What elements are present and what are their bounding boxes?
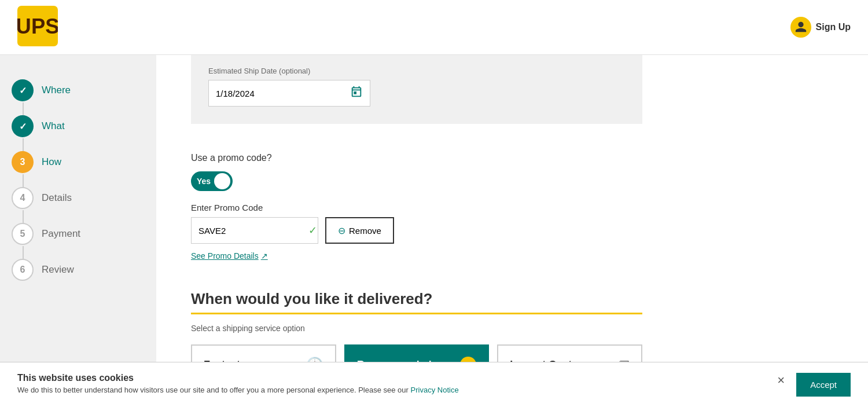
cookie-text: We do this to better understand how visi… [17,386,766,394]
toggle-yes-label: Yes [197,177,211,186]
step-circle-where: ✓ [12,79,34,101]
ship-date-section: Estimated Ship Date (optional) [191,55,642,124]
main-layout: ✓ Where ✓ What 3 How 4 Details 5 Payment… [0,55,868,407]
remove-promo-button[interactable]: ⊖ Remove [325,217,394,244]
sidebar-label-review: Review [42,264,74,276]
step-circle-details: 4 [12,187,34,209]
sign-up-label: Sign Up [816,22,851,32]
promo-section: Use a promo code? Yes Enter Promo Code ✓… [191,141,642,273]
promo-input-wrapper: ✓ [191,217,318,244]
sidebar-label-how: How [42,156,61,168]
cookie-text-content: We do this to better understand how visi… [17,386,411,394]
sidebar-label-details: Details [42,192,72,204]
header: UPS Sign Up [0,0,868,55]
delivery-divider [191,313,642,314]
external-link-icon: ↗ [261,251,268,261]
ups-logo: UPS [17,6,58,49]
privacy-notice-link[interactable]: Privacy Notice [411,386,459,394]
sidebar: ✓ Where ✓ What 3 How 4 Details 5 Payment… [0,55,156,407]
date-input-wrapper [208,80,370,107]
sidebar-item-what[interactable]: ✓ What [12,108,145,144]
sidebar-item-review[interactable]: 6 Review [12,252,145,288]
sidebar-item-where[interactable]: ✓ Where [12,72,145,108]
promo-check-icon: ✓ [308,224,317,237]
step-circle-what: ✓ [12,115,34,137]
sidebar-label-payment: Payment [42,228,80,240]
calendar-icon[interactable] [350,86,363,101]
promo-details-link[interactable]: See Promo Details ↗ [191,251,268,261]
person-icon [790,17,811,38]
step-circle-how: 3 [12,151,34,173]
sidebar-item-how[interactable]: 3 How [12,144,145,180]
sidebar-item-details[interactable]: 4 Details [12,180,145,216]
promo-details-text: See Promo Details [191,251,259,261]
svg-text:UPS: UPS [17,14,58,38]
step-circle-review: 6 [12,259,34,281]
cookie-close-button[interactable]: × [777,373,785,388]
cookie-content: This website uses cookies We do this to … [17,373,766,394]
promo-code-label: Enter Promo Code [191,203,642,212]
remove-minus-icon: ⊖ [338,225,345,236]
remove-label: Remove [349,226,381,236]
toggle-knob [214,173,230,189]
step-circle-payment: 5 [12,223,34,245]
sidebar-label-where: Where [42,85,71,96]
promo-code-row: ✓ ⊖ Remove [191,217,642,244]
promo-toggle[interactable]: Yes [191,171,233,191]
sidebar-label-what: What [42,120,65,132]
sidebar-item-payment[interactable]: 5 Payment [12,216,145,252]
ship-date-label: Estimated Ship Date (optional) [208,67,625,75]
cookie-accept-button[interactable]: Accept [796,373,851,397]
ship-date-input[interactable] [216,89,350,98]
sign-up-button[interactable]: Sign Up [790,17,851,38]
cookie-banner: This website uses cookies We do this to … [0,362,868,407]
delivery-title: When would you like it delivered? [191,290,642,308]
delivery-subtitle: Select a shipping service option [191,324,642,333]
main-content: Estimated Ship Date (optional) Use a pro… [156,55,677,407]
promo-code-input[interactable] [198,226,308,236]
cookie-title: This website uses cookies [17,373,766,383]
promo-question: Use a promo code? [191,153,642,163]
